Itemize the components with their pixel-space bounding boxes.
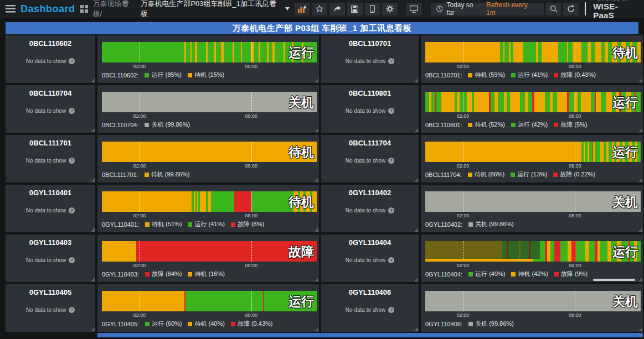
timeline-bar[interactable] bbox=[425, 241, 641, 262]
help-icon[interactable]: ? bbox=[388, 158, 394, 164]
legend-item[interactable]: 关机 (99.86%) bbox=[468, 320, 514, 328]
machine-id-title[interactable]: 0BCL110801 bbox=[321, 85, 419, 97]
timeline-bar[interactable] bbox=[425, 291, 641, 311]
legend-item[interactable]: 故障 (0.43%) bbox=[554, 71, 596, 79]
refresh-interval-label[interactable]: Refresh every 1m bbox=[486, 1, 538, 17]
legend-item[interactable]: 运行 (49%) bbox=[468, 270, 505, 278]
legend-item[interactable]: 待机 (51%) bbox=[145, 220, 182, 228]
legend-item[interactable]: 运行 (41%) bbox=[511, 71, 548, 79]
legend-item[interactable]: 关机 (99.86%) bbox=[145, 121, 190, 129]
machine-id-title[interactable]: 0GYL110406 bbox=[321, 284, 419, 296]
breadcrumb[interactable]: 万泰现场看板/ 万泰机电生产部P03组车削班_1加工讯息看板 bbox=[93, 0, 290, 19]
panel-resize-handle[interactable] bbox=[638, 327, 642, 331]
refresh-button[interactable] bbox=[563, 3, 579, 15]
machine-id-title[interactable]: 0BCL110602 bbox=[6, 35, 95, 48]
panel-resize-handle[interactable] bbox=[91, 278, 95, 281]
panel-resize-handle[interactable] bbox=[414, 178, 418, 182]
help-icon[interactable]: ? bbox=[388, 307, 394, 313]
panel-resize-handle[interactable] bbox=[638, 278, 642, 281]
timeline-bar[interactable] bbox=[102, 42, 317, 62]
legend-item[interactable]: 待机 (86%) bbox=[468, 170, 504, 179]
legend-scrollbar[interactable] bbox=[593, 279, 635, 281]
panel-resize-handle[interactable] bbox=[638, 128, 642, 132]
panel-resize-handle[interactable] bbox=[315, 327, 318, 331]
machine-id-title[interactable]: 0BCL110704 bbox=[6, 85, 95, 97]
help-icon[interactable]: ? bbox=[388, 108, 394, 114]
panel-resize-handle[interactable] bbox=[91, 79, 95, 82]
panel-resize-handle[interactable] bbox=[91, 128, 95, 132]
mobile-view-button[interactable] bbox=[365, 3, 380, 15]
panel-resize-handle[interactable] bbox=[315, 278, 318, 281]
machine-id-title[interactable]: 0GYL110404 bbox=[321, 234, 419, 247]
timeline-bar[interactable] bbox=[102, 92, 317, 112]
dashboard-grid-icon[interactable] bbox=[80, 5, 88, 13]
timeline-bar[interactable] bbox=[425, 191, 641, 212]
legend-item[interactable]: 故障 (0.22%) bbox=[553, 170, 595, 179]
timeline-bar[interactable] bbox=[425, 42, 641, 62]
settings-gear-button[interactable] bbox=[382, 3, 398, 15]
help-icon[interactable]: ? bbox=[388, 58, 394, 64]
time-range-label[interactable]: Today so far bbox=[446, 1, 482, 17]
search-button[interactable] bbox=[546, 3, 561, 15]
machine-id-title[interactable]: 0GYL110402 bbox=[321, 185, 419, 197]
legend-item[interactable]: 待机 (99.86%) bbox=[145, 170, 190, 179]
timeline-bar[interactable] bbox=[425, 142, 641, 162]
help-icon[interactable]: ? bbox=[69, 158, 75, 164]
panel-resize-handle[interactable] bbox=[91, 178, 95, 182]
tv-mode-button[interactable] bbox=[406, 3, 422, 15]
timeline-bar[interactable] bbox=[102, 191, 317, 212]
timeline-bar[interactable] bbox=[102, 241, 317, 262]
legend-item[interactable]: 故障 (8%) bbox=[231, 220, 264, 228]
timeline-bar[interactable] bbox=[102, 291, 317, 311]
panel-resize-handle[interactable] bbox=[638, 178, 642, 182]
panel-resize-handle[interactable] bbox=[315, 128, 318, 132]
panel-resize-handle[interactable] bbox=[315, 178, 318, 182]
time-range-picker[interactable]: Today so far Refresh every 1m bbox=[431, 3, 544, 15]
legend-item[interactable]: 待机 (59%) bbox=[468, 71, 504, 79]
help-icon[interactable]: ? bbox=[69, 307, 75, 313]
panel-resize-handle[interactable] bbox=[638, 79, 642, 82]
legend-item[interactable]: 故障 (9%) bbox=[554, 270, 588, 278]
panel-resize-handle[interactable] bbox=[414, 128, 418, 132]
help-icon[interactable]: ? bbox=[388, 207, 394, 213]
machine-id-title[interactable]: 0GYL110401 bbox=[6, 185, 95, 197]
panel-resize-handle[interactable] bbox=[315, 228, 318, 232]
help-icon[interactable]: ? bbox=[69, 108, 75, 114]
help-icon[interactable]: ? bbox=[69, 257, 75, 263]
help-icon[interactable]: ? bbox=[69, 58, 75, 64]
legend-item[interactable]: 故障 (5%) bbox=[554, 121, 587, 129]
machine-id-title[interactable]: 0BCL110701 bbox=[321, 35, 419, 48]
help-icon[interactable]: ? bbox=[388, 257, 394, 263]
timeline-bar[interactable] bbox=[425, 92, 641, 112]
star-button[interactable] bbox=[312, 3, 327, 15]
legend-item[interactable]: 运行 (13%) bbox=[511, 170, 547, 179]
dashboard-logo[interactable]: Dashboard bbox=[20, 3, 75, 15]
panel-resize-handle[interactable] bbox=[315, 79, 318, 82]
legend-item[interactable]: 待机 (52%) bbox=[468, 121, 504, 129]
panel-resize-handle[interactable] bbox=[91, 228, 95, 232]
timeline-bar[interactable] bbox=[102, 142, 317, 162]
hamburger-menu-icon[interactable] bbox=[6, 5, 16, 13]
help-icon[interactable]: ? bbox=[69, 207, 75, 213]
add-panel-button[interactable] bbox=[295, 3, 310, 15]
panel-resize-handle[interactable] bbox=[414, 228, 418, 232]
share-button[interactable] bbox=[329, 3, 345, 15]
legend-item[interactable]: 故障 (84%) bbox=[145, 270, 182, 278]
panel-resize-handle[interactable] bbox=[414, 278, 418, 281]
legend-item[interactable]: 运行 (60%) bbox=[145, 320, 182, 328]
panel-resize-handle[interactable] bbox=[414, 327, 418, 331]
machine-id-title[interactable]: 0BCL111704 bbox=[321, 135, 419, 147]
machine-id-title[interactable]: 0BCL111701 bbox=[6, 135, 95, 147]
legend-item[interactable]: 故障 (0.43%) bbox=[231, 320, 273, 328]
legend-item[interactable]: 运行 (42%) bbox=[511, 121, 548, 129]
legend-item[interactable]: 关机 (99.86%) bbox=[468, 220, 514, 228]
legend-item[interactable]: 运行 (85%) bbox=[145, 71, 181, 79]
panel-resize-handle[interactable] bbox=[414, 79, 418, 82]
legend-item[interactable]: 待机 (15%) bbox=[188, 71, 224, 79]
legend-item[interactable]: 运行 (41%) bbox=[188, 220, 224, 228]
panel-resize-handle[interactable] bbox=[91, 327, 95, 331]
breadcrumb-root[interactable]: 万泰现场看板/ bbox=[93, 0, 138, 19]
legend-item[interactable]: 待机 (42%) bbox=[511, 270, 548, 278]
machine-id-title[interactable]: 0GYL110405 bbox=[6, 284, 95, 296]
legend-item[interactable]: 待机 (40%) bbox=[188, 320, 224, 328]
